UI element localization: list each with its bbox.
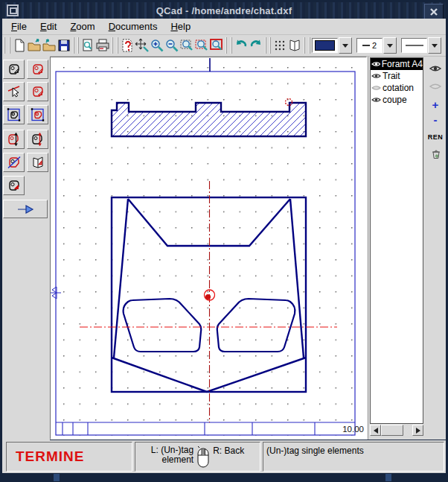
redraw-button[interactable]: [120, 37, 135, 54]
proceed-button[interactable]: [3, 200, 48, 218]
toolbar-handle[interactable]: [4, 37, 10, 54]
linestyle-dropdown-button[interactable]: [428, 37, 441, 54]
eye-open-icon[interactable]: [371, 96, 381, 104]
redo-button[interactable]: [249, 37, 263, 54]
tag-element-icon: [7, 178, 22, 193]
grid-toggle-button[interactable]: [272, 37, 287, 54]
menu-zoom[interactable]: Zoom: [70, 21, 95, 32]
menu-documents[interactable]: Documents: [109, 21, 158, 32]
zoom-previous-button[interactable]: [209, 37, 224, 54]
grid-toggle-icon: [272, 38, 287, 53]
tool-tag-all[interactable]: [27, 60, 48, 79]
tool-untag-window[interactable]: [3, 105, 25, 124]
line-width-combo[interactable]: 2: [356, 37, 397, 54]
save-button[interactable]: [57, 37, 71, 54]
zoom-pan-button[interactable]: [194, 37, 209, 54]
tool-tag-single-element[interactable]: [3, 82, 25, 101]
chevron-down-icon: [432, 44, 438, 48]
layer-row[interactable]: Foramt A4: [371, 58, 423, 70]
scroll-left-button[interactable]: [370, 425, 381, 436]
tool-tag-contour[interactable]: [27, 82, 48, 101]
toolbar-handle[interactable]: [304, 37, 310, 54]
redo-icon: [249, 38, 263, 53]
line-style-value: [401, 38, 427, 53]
menu-edit[interactable]: Edit: [40, 21, 57, 32]
tool-tag-layer[interactable]: [27, 153, 48, 172]
show-layer-button[interactable]: [426, 61, 444, 76]
zoom-auto-button[interactable]: [135, 37, 150, 54]
zoom-out-icon: [164, 38, 179, 53]
eye-closed-icon: [429, 82, 441, 91]
remove-layer-button[interactable]: -: [426, 112, 444, 127]
add-layer-button[interactable]: +: [426, 97, 444, 112]
eye-closed-icon[interactable]: [371, 84, 381, 92]
layer-row[interactable]: cotation: [371, 82, 423, 94]
menu-file[interactable]: File: [11, 21, 27, 32]
scrollbar-thumb[interactable]: [381, 425, 403, 436]
layer-name: cotation: [383, 83, 414, 93]
menu-help[interactable]: Help: [170, 21, 191, 32]
mode-label: TERMINE: [7, 443, 132, 471]
titlebar[interactable]: QCad - /home/andre/chat.dxf: [2, 2, 446, 19]
rename-layer-button[interactable]: REN: [426, 130, 444, 145]
draft-mode-icon: [287, 38, 302, 53]
zoom-previous-icon: [209, 38, 224, 53]
drawing-area[interactable]: 10.00: [50, 57, 367, 440]
layer-row[interactable]: Trait: [371, 70, 423, 82]
toolbar-handle[interactable]: [225, 37, 232, 54]
zoom-in-icon: [150, 38, 164, 53]
line-width-value: 2: [356, 38, 383, 53]
toolbar-handle[interactable]: [265, 37, 272, 54]
resize-seam[interactable]: [385, 474, 391, 481]
open-file-button[interactable]: [27, 37, 42, 54]
layer-list[interactable]: Foramt A4 Trait cotation coupe: [370, 57, 423, 424]
hide-layer-button[interactable]: [426, 79, 444, 94]
zoom-out-button[interactable]: [164, 37, 179, 54]
right-click-hint: R: Back: [213, 445, 244, 456]
tool-invert-selection[interactable]: [3, 153, 25, 172]
tag-layer-icon: [31, 155, 45, 170]
delete-layer-button[interactable]: [426, 146, 444, 161]
draft-mode-button[interactable]: [287, 37, 302, 54]
zoom-auto-icon: [135, 38, 150, 53]
mouse-icon: [196, 446, 211, 469]
tool-tag-crossing[interactable]: [27, 130, 48, 149]
color-dropdown-button[interactable]: [339, 37, 352, 54]
eye-open-icon[interactable]: [371, 72, 381, 80]
scroll-right-button[interactable]: [412, 425, 423, 436]
line-style-combo[interactable]: [401, 37, 441, 54]
eye-open-icon[interactable]: [371, 60, 380, 68]
zoom-window-button[interactable]: [179, 37, 194, 54]
print-preview-button[interactable]: [80, 37, 95, 54]
zoom-window-icon: [179, 38, 194, 53]
color-combo[interactable]: [312, 37, 352, 54]
drawing-canvas[interactable]: 10.00: [51, 57, 366, 439]
window-menu-icon[interactable]: [7, 4, 19, 16]
tool-tag-window[interactable]: [27, 105, 48, 124]
layer-name: coupe: [383, 95, 407, 105]
width-dropdown-button[interactable]: [383, 37, 397, 54]
layer-list-scrollbar[interactable]: [370, 425, 423, 436]
undo-button[interactable]: [234, 37, 249, 54]
scrollbar-track[interactable]: [403, 425, 412, 436]
invert-selection-icon: [7, 155, 22, 170]
tag-all-icon: [31, 62, 45, 77]
resize-seam[interactable]: [54, 474, 60, 481]
status-mode-panel: TERMINE: [6, 442, 132, 472]
zoom-in-button[interactable]: [150, 37, 164, 54]
print-button[interactable]: [95, 37, 110, 54]
grid-size-label: 10.00: [342, 425, 364, 434]
tool-untag-all[interactable]: [3, 60, 25, 79]
close-button[interactable]: [424, 4, 444, 19]
toolbar-handle[interactable]: [112, 37, 118, 54]
close-file-button[interactable]: [42, 37, 57, 54]
proceed-arrow-icon: [16, 203, 35, 215]
tool-tag-element[interactable]: [3, 176, 25, 195]
redraw-icon: [120, 38, 135, 53]
layer-row[interactable]: coupe: [371, 94, 423, 106]
tool-tag-crossing-red[interactable]: [3, 130, 25, 149]
untag-all-icon: [7, 62, 22, 77]
close-file-icon: [42, 38, 57, 53]
new-document-button[interactable]: [12, 37, 27, 54]
tag-contour-icon: [31, 84, 45, 99]
